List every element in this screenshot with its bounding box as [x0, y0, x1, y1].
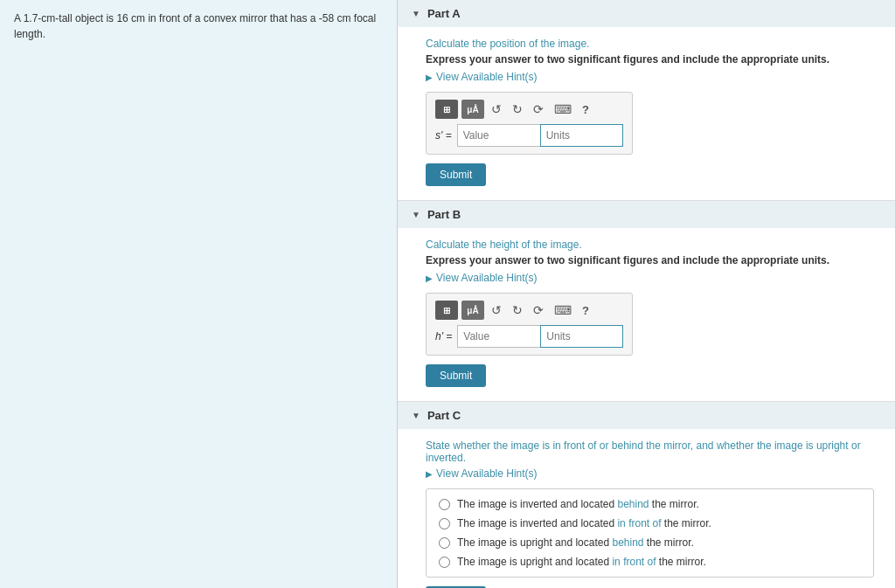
- part-c-instruction: State whether the image is in front of o…: [426, 439, 874, 464]
- part-a-units-input[interactable]: [540, 124, 623, 147]
- part-a-hint-text: View Available Hint(s): [436, 71, 538, 83]
- part-a-value-input[interactable]: [457, 124, 540, 147]
- hint-c-arrow-icon: ▶: [426, 469, 433, 479]
- part-c-header[interactable]: ▼ Part C: [398, 402, 895, 429]
- radio-option-4[interactable]: The image is upright and located in fron…: [439, 556, 861, 568]
- part-b-keyboard-button[interactable]: ⌨: [551, 301, 575, 319]
- part-a-express-note: Express your answer to two significant f…: [426, 53, 874, 66]
- radio-input-3[interactable]: [439, 537, 450, 549]
- part-b-section: ▼ Part B Calculate the height of the ima…: [398, 201, 895, 402]
- part-b-reset-button[interactable]: ⟳: [530, 301, 547, 319]
- part-c-section: ▼ Part C State whether the image is in f…: [398, 402, 895, 588]
- radio-option-2[interactable]: The image is inverted and located in fro…: [439, 517, 861, 529]
- part-b-input-row: h' =: [435, 325, 623, 348]
- part-b-toolbar: ⊞ μÅ ↺ ↻ ⟳ ⌨ ?: [435, 301, 623, 320]
- part-a-input-label: s' =: [435, 129, 452, 142]
- part-b-submit-button[interactable]: Submit: [426, 364, 486, 387]
- part-a-redo-button[interactable]: ↻: [509, 100, 526, 118]
- radio-input-4[interactable]: [439, 557, 450, 568]
- part-b-help-button[interactable]: ?: [579, 302, 593, 319]
- part-c-radio-box: The image is inverted and located behind…: [426, 488, 874, 578]
- radio-label-2: The image is inverted and located in fro…: [457, 517, 711, 529]
- part-b-value-input[interactable]: [457, 325, 540, 348]
- part-a-section: ▼ Part A Calculate the position of the i…: [398, 0, 895, 201]
- radio-option-1[interactable]: The image is inverted and located behind…: [439, 498, 861, 510]
- radio-label-1: The image is inverted and located behind…: [457, 498, 699, 510]
- page-layout: A 1.7-cm-tall object is 16 cm in front o…: [0, 0, 895, 588]
- part-a-label: Part A: [427, 7, 461, 20]
- part-b-header[interactable]: ▼ Part B: [398, 201, 895, 228]
- part-b-grid-button[interactable]: ⊞: [435, 301, 458, 320]
- problem-text: A 1.7-cm-tall object is 16 cm in front o…: [14, 10, 383, 42]
- part-a-grid-button[interactable]: ⊞: [435, 100, 458, 119]
- hint-b-arrow-icon: ▶: [426, 273, 433, 283]
- part-c-hint-text: View Available Hint(s): [436, 467, 538, 480]
- radio-input-2[interactable]: [439, 518, 450, 529]
- part-a-undo-button[interactable]: ↺: [488, 100, 505, 118]
- radio-option-3[interactable]: The image is upright and located behind …: [439, 536, 861, 549]
- part-b-label: Part B: [427, 208, 461, 221]
- part-c-body: State whether the image is in front of o…: [398, 429, 895, 588]
- part-b-input-label: h' =: [435, 330, 452, 342]
- part-b-symbol-button[interactable]: μÅ: [461, 301, 484, 320]
- part-a-instruction: Calculate the position of the image.: [426, 38, 874, 50]
- part-c-arrow-icon: ▼: [412, 411, 420, 420]
- part-a-header[interactable]: ▼ Part A: [398, 0, 895, 27]
- part-b-redo-button[interactable]: ↻: [509, 301, 526, 319]
- right-panel: ▼ Part A Calculate the position of the i…: [398, 0, 895, 588]
- part-c-hint-link[interactable]: ▶ View Available Hint(s): [426, 467, 874, 480]
- part-b-hint-text: View Available Hint(s): [436, 272, 538, 284]
- part-a-body: Calculate the position of the image. Exp…: [398, 27, 895, 200]
- part-b-answer-box: ⊞ μÅ ↺ ↻ ⟳ ⌨ ? h' =: [426, 293, 633, 356]
- part-b-undo-button[interactable]: ↺: [488, 301, 505, 319]
- part-a-submit-button[interactable]: Submit: [426, 163, 486, 186]
- hint-a-arrow-icon: ▶: [426, 73, 433, 82]
- part-b-instruction: Calculate the height of the image.: [426, 239, 874, 251]
- part-c-label: Part C: [427, 409, 461, 422]
- part-a-arrow-icon: ▼: [412, 9, 420, 18]
- part-a-hint-link[interactable]: ▶ View Available Hint(s): [426, 71, 874, 83]
- part-b-body: Calculate the height of the image. Expre…: [398, 228, 895, 401]
- part-a-answer-box: ⊞ μÅ ↺ ↻ ⟳ ⌨ ? s' =: [426, 92, 633, 155]
- part-a-keyboard-button[interactable]: ⌨: [551, 100, 575, 118]
- part-b-arrow-icon: ▼: [412, 210, 420, 219]
- left-panel: A 1.7-cm-tall object is 16 cm in front o…: [0, 0, 398, 588]
- part-a-reset-button[interactable]: ⟳: [530, 100, 547, 118]
- radio-input-1[interactable]: [439, 499, 450, 510]
- part-b-express-note: Express your answer to two significant f…: [426, 254, 874, 266]
- radio-label-4: The image is upright and located in fron…: [457, 556, 706, 568]
- radio-label-3: The image is upright and located behind …: [457, 536, 694, 549]
- part-a-input-row: s' =: [435, 124, 623, 147]
- part-a-help-button[interactable]: ?: [579, 101, 593, 118]
- part-b-units-input[interactable]: [540, 325, 623, 348]
- part-a-symbol-button[interactable]: μÅ: [461, 100, 484, 119]
- part-a-toolbar: ⊞ μÅ ↺ ↻ ⟳ ⌨ ?: [435, 100, 623, 119]
- part-b-hint-link[interactable]: ▶ View Available Hint(s): [426, 272, 874, 284]
